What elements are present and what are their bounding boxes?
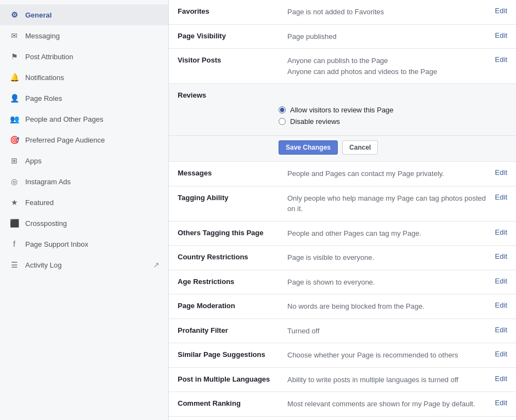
settings-value-post-multiple-languages: Ability to write posts in multiple langu… xyxy=(287,374,489,385)
cancel-button[interactable]: Cancel xyxy=(342,140,378,155)
settings-value-favorites: Page is not added to Favorites xyxy=(287,7,489,18)
settings-row-tagging-ability: Tagging AbilityOnly people who help mana… xyxy=(169,186,516,222)
sidebar-item-general[interactable]: ⚙General xyxy=(0,4,168,25)
people-other-pages-icon: 👥 xyxy=(9,113,20,124)
sidebar-label-apps: Apps xyxy=(25,157,160,165)
settings-label-country-restrictions: Country Restrictions xyxy=(178,252,287,261)
settings-row-others-tagging: Others Tagging this PagePeople and other… xyxy=(169,222,516,246)
sidebar-label-crossposting: Crossposting xyxy=(25,219,160,228)
sidebar-label-page-roles: Page Roles xyxy=(25,94,160,103)
page-support-inbox-icon: f xyxy=(9,239,20,249)
edit-link-visitor-posts[interactable]: Edit xyxy=(495,55,507,64)
settings-label-page-moderation: Page Moderation xyxy=(178,301,287,310)
crossposting-icon: ⬛ xyxy=(9,218,20,229)
settings-row-visitor-posts: Visitor PostsAnyone can publish to the P… xyxy=(169,49,516,84)
featured-icon: ★ xyxy=(9,197,20,208)
sidebar: ⚙General✉Messaging⚑Post Attribution🔔Noti… xyxy=(0,0,169,420)
edit-link-country-restrictions[interactable]: Edit xyxy=(495,252,507,260)
settings-label-post-multiple-languages: Post in Multiple Languages xyxy=(178,374,287,383)
settings-row-country-restrictions: Country RestrictionsPage is visible to e… xyxy=(169,246,516,270)
settings-row-favorites: FavoritesPage is not added to FavoritesE… xyxy=(169,0,516,25)
sidebar-label-instagram-ads: Instagram Ads xyxy=(25,178,160,186)
edit-link-similar-page-suggestions[interactable]: Edit xyxy=(495,350,507,358)
sidebar-item-apps[interactable]: ⊞Apps xyxy=(0,150,168,171)
edit-link-comment-ranking[interactable]: Edit xyxy=(495,399,507,407)
edit-link-tagging-ability[interactable]: Edit xyxy=(495,193,507,201)
settings-row-profanity-filter: Profanity FilterTurned offEdit xyxy=(169,319,516,344)
page-roles-icon: 👤 xyxy=(9,93,20,104)
sidebar-item-messaging[interactable]: ✉Messaging xyxy=(0,25,168,46)
settings-value-country-restrictions: Page is visible to everyone. xyxy=(287,252,489,263)
settings-label-tagging-ability: Tagging Ability xyxy=(178,193,287,202)
edit-link-age-restrictions[interactable]: Edit xyxy=(495,277,507,285)
reviews-option-allow[interactable]: Allow visitors to review this Page xyxy=(279,106,507,114)
edit-link-profanity-filter[interactable]: Edit xyxy=(495,326,507,334)
instagram-ads-icon: ◎ xyxy=(9,176,20,187)
settings-row-similar-page-suggestions: Similar Page SuggestionsChoose whether y… xyxy=(169,343,516,368)
settings-value-profanity-filter: Turned off xyxy=(287,326,489,337)
settings-row-age-restrictions: Age RestrictionsPage is shown to everyon… xyxy=(169,270,516,295)
settings-row-content-distribution: Content DistributionDownloading to Faceb… xyxy=(169,417,516,421)
edit-link-page-moderation[interactable]: Edit xyxy=(495,301,507,309)
settings-value-similar-page-suggestions: Choose whether your Page is recommended … xyxy=(287,350,489,361)
general-icon: ⚙ xyxy=(9,9,20,20)
reviews-header: Reviews xyxy=(169,84,516,106)
settings-row-reviews: ReviewsAllow visitors to review this Pag… xyxy=(169,84,516,162)
preferred-page-audience-icon: 🎯 xyxy=(9,134,20,145)
settings-row-page-moderation: Page ModerationNo words are being blocke… xyxy=(169,294,516,319)
settings-value-visitor-posts: Anyone can publish to the PageAnyone can… xyxy=(287,55,489,77)
sidebar-label-preferred-page-audience: Preferred Page Audience xyxy=(25,136,160,144)
edit-link-page-visibility[interactable]: Edit xyxy=(495,31,507,39)
reviews-radio-allow[interactable] xyxy=(279,106,286,113)
settings-value-page-visibility: Page published xyxy=(287,31,489,42)
settings-label-similar-page-suggestions: Similar Page Suggestions xyxy=(178,350,287,359)
reviews-options: Allow visitors to review this PageDisabl… xyxy=(169,106,516,135)
settings-value-others-tagging: People and other Pages can tag my Page. xyxy=(287,228,489,239)
sidebar-item-post-attribution[interactable]: ⚑Post Attribution xyxy=(0,46,168,67)
settings-label-comment-ranking: Comment Ranking xyxy=(178,399,287,407)
settings-row-comment-ranking: Comment RankingMost relevant comments ar… xyxy=(169,392,516,417)
main-content: FavoritesPage is not added to FavoritesE… xyxy=(169,0,516,420)
sidebar-item-featured[interactable]: ★Featured xyxy=(0,192,168,213)
post-attribution-icon: ⚑ xyxy=(9,51,20,62)
sidebar-item-page-roles[interactable]: 👤Page Roles xyxy=(0,88,168,109)
sidebar-item-page-support-inbox[interactable]: fPage Support Inbox xyxy=(0,234,168,254)
edit-link-post-multiple-languages[interactable]: Edit xyxy=(495,374,507,383)
activity-log-icon: ☰ xyxy=(9,259,20,270)
settings-label-others-tagging: Others Tagging this Page xyxy=(178,228,287,237)
settings-value-page-moderation: No words are being blocked from the Page… xyxy=(287,301,489,312)
reviews-option-disable[interactable]: Disable reviews xyxy=(279,117,507,126)
export-icon-activity-log[interactable]: ↗ xyxy=(153,260,160,269)
settings-row-page-visibility: Page VisibilityPage publishedEdit xyxy=(169,25,516,49)
settings-value-tagging-ability: Only people who help manage my Page can … xyxy=(287,193,489,214)
sidebar-item-instagram-ads[interactable]: ◎Instagram Ads xyxy=(0,171,168,192)
reviews-option-disable-label: Disable reviews xyxy=(290,117,340,126)
sidebar-item-crossposting[interactable]: ⬛Crossposting xyxy=(0,213,168,234)
save-changes-button[interactable]: Save Changes xyxy=(279,140,338,155)
edit-link-messages[interactable]: Edit xyxy=(495,168,507,177)
sidebar-label-page-support-inbox: Page Support Inbox xyxy=(25,240,160,248)
settings-row-messages: MessagesPeople and Pages can contact my … xyxy=(169,162,516,186)
sidebar-item-notifications[interactable]: 🔔Notifications xyxy=(0,67,168,88)
sidebar-label-messaging: Messaging xyxy=(25,32,160,40)
reviews-radio-disable[interactable] xyxy=(279,118,286,125)
sidebar-item-people-other-pages[interactable]: 👥People and Other Pages xyxy=(0,109,168,129)
apps-icon: ⊞ xyxy=(9,155,20,166)
edit-link-favorites[interactable]: Edit xyxy=(495,7,507,15)
settings-label-visitor-posts: Visitor Posts xyxy=(178,55,287,64)
messaging-icon: ✉ xyxy=(9,30,20,41)
sidebar-label-people-other-pages: People and Other Pages xyxy=(25,115,160,123)
sidebar-label-notifications: Notifications xyxy=(25,73,160,82)
reviews-actions: Save ChangesCancel xyxy=(169,135,516,161)
settings-label-page-visibility: Page Visibility xyxy=(178,31,287,40)
settings-label-profanity-filter: Profanity Filter xyxy=(178,326,287,334)
settings-label-age-restrictions: Age Restrictions xyxy=(178,277,287,286)
sidebar-item-preferred-page-audience[interactable]: 🎯Preferred Page Audience xyxy=(0,129,168,150)
settings-label-messages: Messages xyxy=(178,168,287,177)
sidebar-label-activity-log: Activity Log xyxy=(25,261,153,269)
settings-row-post-multiple-languages: Post in Multiple LanguagesAbility to wri… xyxy=(169,368,516,393)
sidebar-item-activity-log[interactable]: ☰Activity Log↗ xyxy=(0,254,168,275)
sidebar-label-featured: Featured xyxy=(25,198,160,207)
settings-value-messages: People and Pages can contact my Page pri… xyxy=(287,168,489,179)
edit-link-others-tagging[interactable]: Edit xyxy=(495,228,507,236)
